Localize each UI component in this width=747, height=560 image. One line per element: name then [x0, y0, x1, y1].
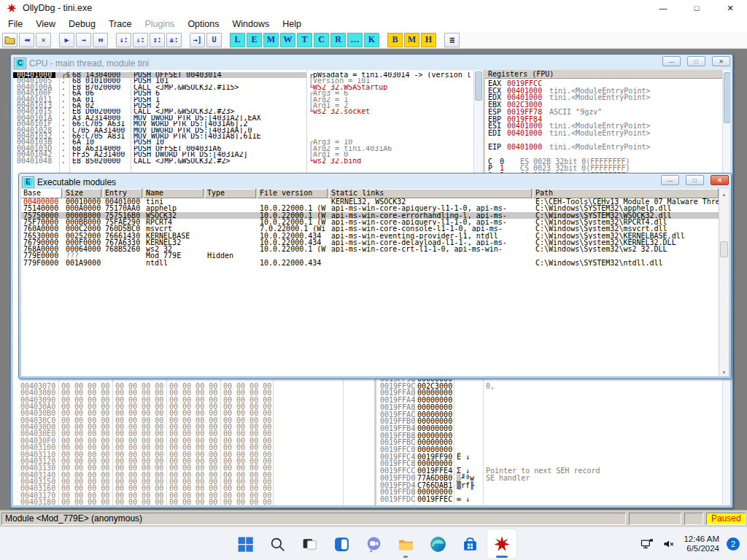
close-program-button[interactable]: ✕ — [36, 33, 51, 47]
go-to-user-code-button[interactable]: U — [206, 33, 222, 47]
disasm-row[interactable]: 00401032.66:C705 A831MOV WORD PTR DS:[40… — [13, 133, 473, 139]
taskbar-task-view-icon[interactable] — [295, 529, 324, 559]
pause-button[interactable]: ▮▮ — [93, 33, 108, 47]
close-icon[interactable]: ✕ — [711, 175, 729, 185]
menu-view[interactable]: View — [29, 17, 62, 31]
view-call-stack-button[interactable]: K — [364, 33, 379, 47]
trace-over-button[interactable]: ⇊: — [166, 33, 182, 47]
column-header-entry[interactable]: Entry — [103, 189, 142, 198]
open-file-button[interactable] — [2, 33, 18, 47]
scroll-down-icon[interactable]: ▼ — [719, 368, 729, 376]
module-row[interactable]: 779F0000001A9000ntdll10.0.22000.434C:\Wi… — [21, 260, 720, 266]
minimize-icon[interactable]: — — [662, 56, 681, 66]
hardware-breakpoints-button[interactable]: H — [421, 33, 436, 47]
menu-plugins[interactable]: Plugins — [138, 17, 181, 31]
disasm-row[interactable]: 0040101F.66:C705 A631MOV WORD PTR DS:[40… — [13, 121, 473, 127]
close-icon[interactable]: ✕ — [713, 0, 747, 16]
breakpoints-button[interactable]: B — [387, 33, 403, 47]
restart-button[interactable]: ◀◀ — [19, 33, 34, 47]
disasm-row[interactable]: 00401000┌$68 14304000PUSH OFFSET 0040301… — [13, 72, 473, 78]
app-titlebar[interactable]: OllyDbg - tini.exe — □ ✕ — [0, 0, 747, 16]
menu-windows[interactable]: Windows — [225, 17, 276, 31]
disasm-row[interactable]: 00401042.FF35 A231400PUSH DWORD PTR DS:[… — [13, 152, 473, 158]
windows-list-button[interactable]: ≡ — [444, 33, 460, 47]
column-header-type[interactable]: Type — [205, 189, 256, 198]
disasm-row[interactable]: 0040103D.68 A6314000PUSH OFFSET 004031A6… — [13, 146, 473, 152]
view-windows-button[interactable]: W — [280, 33, 295, 47]
maximize-icon[interactable]: □ — [680, 0, 713, 16]
module-row[interactable]: 7575000000008000757516B0WSOCK3210.0.2200… — [21, 212, 720, 219]
taskbar-edge-icon[interactable] — [423, 529, 452, 559]
scrollbar-thumb[interactable] — [724, 72, 730, 123]
menu-trace[interactable]: Trace — [102, 17, 139, 31]
minimize-icon[interactable]: — — [661, 175, 679, 185]
menu-file[interactable]: File — [1, 17, 29, 31]
view-references-button[interactable]: R — [330, 33, 346, 47]
menu-options[interactable]: Options — [181, 17, 225, 31]
stack-row[interactable]: 0019FFDC0019FFEC∞ ↓ — [376, 496, 722, 503]
disasm-row[interactable]: 00401013.6A 02PUSH 2│Arg1 = 2 — [13, 103, 473, 109]
taskbar-clock[interactable]: 12:46 AM 6/5/2024 — [684, 534, 719, 554]
disasm-row[interactable]: 0040100F.6A 06PUSH 6┌Arg3 = 6 — [13, 90, 473, 96]
view-memory-button[interactable]: M — [263, 33, 279, 47]
taskbar-search-icon[interactable] — [263, 529, 292, 559]
scrollbar-thumb[interactable] — [720, 241, 728, 257]
disasm-row[interactable]: 0040103B.6A 10PUSH 10┌Arg3 = 10 — [13, 139, 473, 145]
taskbar-ollydbg-icon[interactable] — [487, 529, 516, 559]
register-row[interactable]: EDI00401000tini.<ModuleEntryPoint> — [485, 130, 722, 137]
column-header-size[interactable]: Size — [63, 189, 101, 198]
volume-muted-icon[interactable] — [662, 537, 676, 551]
scrollbar-thumb[interactable] — [475, 71, 482, 101]
minimize-icon[interactable]: — — [646, 0, 680, 16]
dump-row[interactable]: 0040318000 00 00 0000 00 00 0000 00 00 0… — [13, 499, 374, 505]
notification-badge[interactable]: 2 — [727, 537, 740, 551]
resume-button[interactable]: → — [76, 33, 91, 47]
disasm-row[interactable]: 00401015.E8 D0020000CALL <JMP.&WSOCK32.#… — [13, 109, 473, 114]
cpu-titlebar[interactable]: C CPU - main thread, module tini — [13, 56, 730, 70]
modules-scrollbar[interactable]: ▲ ▼ — [719, 189, 729, 376]
module-row[interactable]: 779E0000???Mod_779EHidden — [21, 252, 720, 259]
view-threads-button[interactable]: T — [297, 33, 312, 47]
scroll-up-icon[interactable]: ▲ — [719, 190, 729, 199]
stack-pane[interactable]: 0019FF98000000000019FF9C002C30000,0019FF… — [376, 374, 722, 505]
hexdump-pane[interactable]: 0040307000 00 00 0000 00 00 0000 00 00 0… — [13, 374, 374, 505]
taskbar-chat-icon[interactable] — [359, 529, 388, 559]
taskbar-start-icon[interactable] — [231, 529, 260, 559]
column-header-file-version[interactable]: File version — [258, 189, 328, 198]
module-row[interactable]: 768A000000064000768B5260ws2_3210.0.22000… — [21, 246, 720, 252]
disasm-row[interactable]: 00401048.E8 85020000CALL <JMP.&WSOCK32.#… — [13, 158, 473, 164]
trace-into-button[interactable]: ↧: — [150, 33, 165, 47]
disasm-row[interactable]: 00401005.68 01010000PUSH 101│Version = 1… — [13, 78, 473, 84]
module-row[interactable]: 75140000000A000075170AA0apphelp10.0.2200… — [21, 205, 720, 211]
view-cpu-button[interactable]: C — [314, 33, 329, 47]
module-row[interactable]: 75F70000000BB00075FAE290RPCRT410.0.22000… — [21, 219, 720, 225]
restore-icon[interactable]: □ — [686, 175, 704, 185]
column-header-base[interactable]: Base — [21, 189, 62, 198]
taskbar-store-icon[interactable] — [455, 529, 484, 559]
menu-help[interactable]: Help — [276, 17, 308, 31]
view-more-button[interactable]: … — [347, 33, 363, 47]
network-icon[interactable] — [640, 537, 654, 551]
register-row[interactable]: EIP00401000tini.<ModuleEntryPoint> — [485, 144, 722, 151]
taskbar-file-explorer-icon[interactable] — [391, 529, 420, 559]
restore-icon[interactable]: □ — [687, 56, 705, 66]
step-into-button[interactable]: ↓: — [116, 33, 131, 47]
disasm-row[interactable]: 00401028.C705 AA31400MOV DWORD PTR DS:[4… — [13, 128, 473, 133]
module-row[interactable]: 765300000025200076661430KERNELBASE10.0.2… — [21, 233, 720, 239]
view-log-button[interactable]: L — [230, 33, 245, 47]
step-over-button[interactable]: ⇓: — [133, 33, 148, 47]
taskbar-widgets-icon[interactable] — [327, 529, 356, 559]
disasm-row[interactable]: 0040101A.A3 A2314000MOV DWORD PTR DS:[40… — [13, 115, 473, 121]
modules-titlebar[interactable]: E Executable modules — [21, 175, 729, 189]
memory-breakpoints-button[interactable]: M — [404, 33, 419, 47]
column-header-path[interactable]: Path — [533, 189, 719, 198]
menu-debug[interactable]: Debug — [62, 17, 102, 31]
column-header-name[interactable]: Name — [144, 189, 204, 198]
column-header-static-links[interactable]: Static links — [329, 189, 532, 198]
run-button[interactable]: ▶ — [59, 33, 74, 47]
view-executables-button[interactable]: E — [247, 33, 262, 47]
execute-till-return-button[interactable]: →] — [190, 33, 205, 47]
module-row[interactable]: 004000000001000000401000tiniKERNEL32, WS… — [21, 198, 720, 205]
module-row[interactable]: 76790000000F0000767A6330KERNEL3210.0.220… — [21, 239, 720, 246]
disasm-row[interactable]: 00401011.6A 01PUSH 1│Arg2 = 1 — [13, 97, 473, 103]
